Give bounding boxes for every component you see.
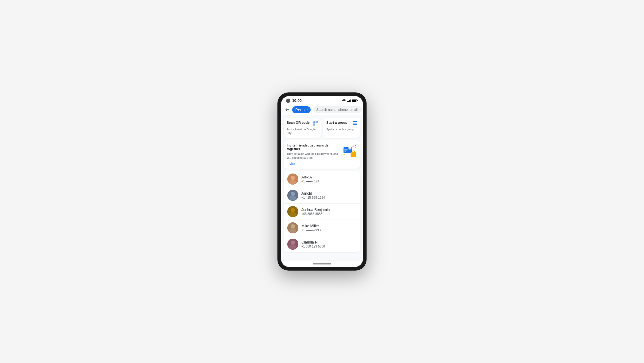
search-input[interactable]: [313, 106, 362, 113]
scan-qr-card[interactable]: Scan QR code: [284, 118, 321, 138]
contact-arnold[interactable]: Arnold +1 415-555-1234: [284, 187, 360, 204]
svg-rect-18: [353, 123, 357, 123]
back-arrow-icon: [285, 107, 290, 112]
svg-rect-15: [316, 125, 316, 125]
status-icons: [342, 99, 358, 102]
status-time-label: 10:00: [292, 99, 302, 103]
contact-name-mike: Mike Miller: [301, 224, 357, 228]
scan-qr-header: Scan QR code: [287, 121, 318, 127]
start-group-icon: [352, 121, 357, 127]
svg-rect-2: [349, 100, 350, 102]
status-avatar: [286, 99, 290, 103]
svg-point-29: [355, 147, 356, 148]
invite-banner: × G: [284, 140, 360, 168]
svg-rect-3: [350, 100, 351, 102]
contact-claudia[interactable]: Claudia R +1 650-123-5880: [284, 236, 360, 252]
invite-link[interactable]: Invite: [287, 162, 357, 166]
svg-rect-0: [347, 101, 348, 102]
contact-name-claudia: Claudia R: [301, 240, 357, 244]
svg-rect-13: [316, 124, 316, 124]
contact-phone-mike: +1 •••-••••-9988: [301, 228, 357, 232]
status-time-area: 10:00: [286, 99, 302, 103]
svg-rect-21: [344, 149, 348, 150]
svg-point-44: [289, 244, 296, 249]
bottom-bar: [281, 261, 363, 267]
contact-alex[interactable]: Alex A +1 ••••••• 124: [284, 171, 360, 187]
contact-avatar-alex: [287, 174, 298, 185]
phone-frame: 10:00: [277, 92, 367, 271]
svg-rect-6: [352, 100, 356, 102]
battery-icon: [352, 99, 358, 102]
contact-avatar-mike: [287, 222, 298, 233]
svg-rect-16: [317, 125, 317, 125]
contacts-list: Alex A +1 ••••••• 124 Arnold +: [284, 171, 360, 252]
scan-qr-icon: [313, 121, 318, 127]
svg-rect-22: [344, 151, 346, 152]
svg-point-43: [291, 240, 295, 245]
home-indicator[interactable]: [313, 263, 331, 264]
contact-name-alex: Alex A: [301, 175, 357, 179]
svg-rect-12: [314, 124, 314, 125]
contact-name-arnold: Arnold: [301, 191, 357, 196]
svg-rect-10: [316, 122, 317, 122]
svg-point-28: [352, 146, 354, 147]
svg-point-40: [291, 224, 295, 228]
signal-icon: [347, 99, 351, 102]
svg-rect-5: [357, 100, 358, 101]
start-group-subtitle: Split a bill with a group: [326, 128, 357, 131]
svg-rect-1: [348, 101, 349, 102]
svg-text:G: G: [349, 147, 351, 149]
start-group-card[interactable]: Start a group Split a bill with a group: [323, 118, 360, 138]
svg-point-34: [291, 192, 295, 196]
svg-point-37: [291, 208, 295, 212]
contact-info-arnold: Arnold +1 415-555-1234: [301, 191, 357, 199]
back-button[interactable]: [285, 106, 290, 113]
svg-rect-26: [352, 151, 355, 153]
status-bar: 10:00: [281, 96, 363, 104]
svg-point-38: [289, 212, 296, 217]
people-tab[interactable]: People: [292, 106, 311, 113]
svg-rect-19: [353, 124, 357, 125]
contact-info-claudia: Claudia R +1 650-123-5880: [301, 240, 357, 248]
contact-mike[interactable]: Mike Miller +1 •••-••••-9988: [284, 220, 360, 236]
contact-phone-alex: +1 ••••••• 124: [301, 180, 357, 183]
contact-name-joshua: Joshua Benjamin: [301, 208, 357, 212]
contact-phone-arnold: +1 415-555-1234: [301, 196, 357, 199]
action-cards-row: Scan QR code: [284, 118, 360, 138]
scan-qr-title: Scan QR code: [287, 121, 310, 124]
contact-avatar-joshua: [287, 206, 298, 217]
contact-avatar-arnold: [287, 190, 298, 201]
contact-avatar-claudia: [287, 239, 298, 250]
top-bar: People ⋮: [281, 104, 363, 115]
svg-rect-8: [314, 122, 314, 122]
wifi-icon: [342, 99, 346, 102]
svg-point-32: [289, 180, 296, 185]
contact-info-mike: Mike Miller +1 •••-••••-9988: [301, 224, 357, 232]
contact-info-alex: Alex A +1 ••••••• 124: [301, 175, 357, 183]
contact-phone-claudia: +1 650-123-5880: [301, 245, 357, 248]
main-content: Scan QR code: [281, 115, 363, 261]
contact-info-joshua: Joshua Benjamin +65 8888-8888: [301, 208, 357, 216]
svg-rect-17: [353, 121, 357, 122]
svg-point-27: [344, 154, 345, 155]
svg-point-41: [289, 228, 296, 233]
start-group-header: Start a group: [326, 121, 357, 127]
contact-joshua[interactable]: Joshua Benjamin +65 8888-8888: [284, 204, 360, 220]
phone-screen: 10:00: [281, 96, 363, 267]
scan-qr-subtitle: Find a friend on Google Pay: [287, 128, 318, 135]
invite-illustration: G: [342, 145, 357, 158]
svg-point-31: [291, 176, 295, 180]
start-group-title: Start a group: [326, 121, 347, 124]
contact-phone-joshua: +65 8888-8888: [301, 212, 357, 216]
svg-point-35: [289, 196, 296, 201]
svg-rect-14: [317, 124, 317, 124]
